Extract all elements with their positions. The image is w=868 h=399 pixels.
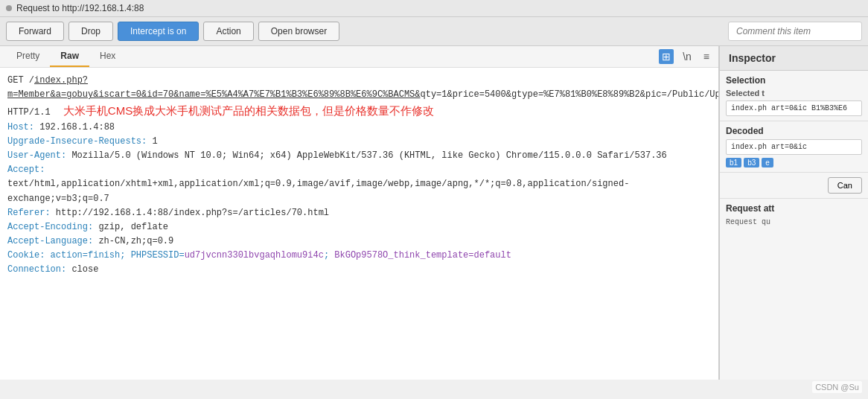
tag-b1: b1 xyxy=(726,158,741,167)
intercept-button[interactable]: Intercept is on xyxy=(118,22,199,41)
menu-icon[interactable]: ≡ xyxy=(701,49,712,64)
action-button[interactable]: Action xyxy=(203,22,253,41)
request-line-1: GET /index.php?m=Member&a=gobuy&iscart=0… xyxy=(7,74,711,121)
selection-title: Selection xyxy=(726,75,862,86)
drop-button[interactable]: Drop xyxy=(68,22,113,41)
tab-raw[interactable]: Raw xyxy=(50,46,89,67)
method: GET / xyxy=(7,75,34,86)
editor-panel: Pretty Raw Hex ⊞ \n ≡ GET /index.php?m=M… xyxy=(0,46,719,380)
tag-e: e xyxy=(762,158,773,167)
request-att-section: Request att xyxy=(720,198,868,218)
title-bar: Request to http://192.168.1.4:88 xyxy=(0,0,868,17)
decoded-section: Decoded index.ph art=0&ic b1 b3 e xyxy=(720,121,868,173)
inspector-tags: b1 b3 e xyxy=(726,158,862,167)
comment-input[interactable] xyxy=(728,22,862,41)
selected-value-box: index.ph art=0&ic B1%B3%E6 xyxy=(726,100,862,116)
open-browser-button[interactable]: Open browser xyxy=(258,22,339,41)
user-agent-line: User-Agent: Mozilla/5.0 (Windows NT 10.0… xyxy=(7,149,711,163)
accept-line: Accept: xyxy=(7,163,711,177)
title-dot xyxy=(6,5,12,11)
tag-b3: b3 xyxy=(744,158,759,167)
accept-language-line: Accept-Language: zh-CN,zh;q=0.9 xyxy=(7,234,711,249)
watermark: CSDN @Su xyxy=(812,381,862,393)
toolbar: Forward Drop Intercept is on Action Open… xyxy=(0,17,868,46)
request-att-value: Request qu xyxy=(720,218,868,229)
tab-hex[interactable]: Hex xyxy=(89,46,126,67)
annotation-text: 大米手机CMS换成大米手机测试产品的相关数据包，但是价格数量不作修改 xyxy=(63,104,434,117)
inspector-panel: Inspector Selection Selected t index.ph … xyxy=(719,46,868,380)
connection-line: Connection: close xyxy=(7,263,711,277)
request-content[interactable]: GET /index.php?m=Member&a=gobuy&iscart=0… xyxy=(0,68,718,380)
clipboard-icon[interactable]: ⊞ xyxy=(659,49,674,64)
tab-pretty[interactable]: Pretty xyxy=(6,46,50,67)
upgrade-line: Upgrade-Insecure-Requests: 1 xyxy=(7,135,711,149)
inspector-title: Inspector xyxy=(720,46,868,71)
cancel-section: Can xyxy=(720,173,868,198)
title-text: Request to http://192.168.1.4:88 xyxy=(16,3,144,13)
accept-encoding-line: Accept-Encoding: gzip, deflate xyxy=(7,220,711,234)
referer-line: Referer: http://192.168.1.4:88/index.php… xyxy=(7,206,711,220)
main-area: Pretty Raw Hex ⊞ \n ≡ GET /index.php?m=M… xyxy=(0,46,868,380)
forward-button[interactable]: Forward xyxy=(6,22,64,41)
cookie-line: Cookie: action=finish; PHPSESSID=ud7jvcn… xyxy=(7,249,711,263)
selection-section: Selection Selected t index.ph art=0&ic B… xyxy=(720,71,868,121)
accept-value-line: text/html,application/xhtml+xml,applicat… xyxy=(7,177,711,205)
tab-icons: ⊞ \n ≡ xyxy=(659,49,712,64)
newline-icon[interactable]: \n xyxy=(680,49,695,64)
tabs-bar: Pretty Raw Hex ⊞ \n ≡ xyxy=(0,46,718,68)
selected-label: Selected t xyxy=(726,89,862,98)
cancel-button[interactable]: Can xyxy=(828,177,862,194)
request-att-label: Request att xyxy=(726,203,774,214)
url-path: index.php?m=Member&a=gobuy&iscart=0&id=7… xyxy=(7,75,421,100)
decoded-value-box: index.ph art=0&ic xyxy=(726,139,862,155)
host-line: Host: 192.168.1.4:88 xyxy=(7,121,711,135)
decoded-title: Decoded xyxy=(726,126,862,136)
